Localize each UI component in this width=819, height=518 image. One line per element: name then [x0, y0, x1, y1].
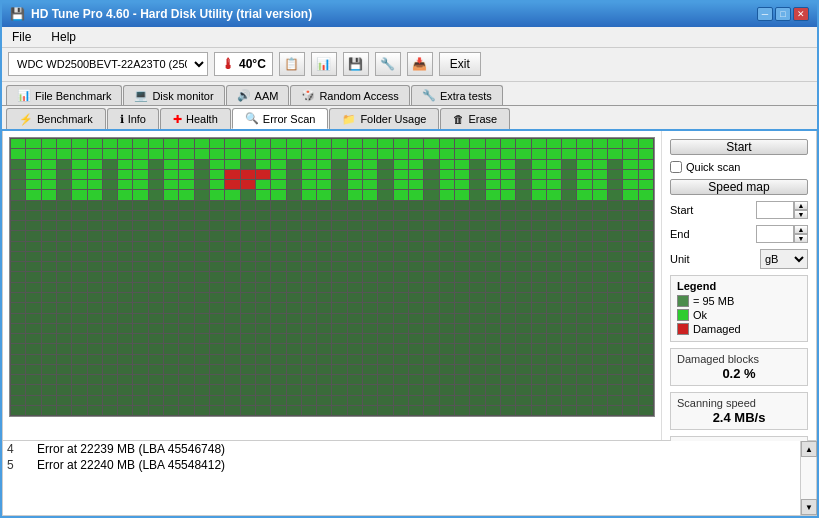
toolbar-btn-5[interactable]: 📥 [407, 52, 433, 76]
grid-cell [424, 293, 438, 302]
grid-cell [348, 375, 362, 384]
grid-cell [363, 355, 377, 364]
start-input[interactable]: 0 [756, 201, 794, 219]
grid-cell [256, 272, 270, 281]
grid-cell [287, 221, 301, 230]
grid-cell [440, 242, 454, 251]
grid-cell [149, 262, 163, 271]
grid-cell [378, 262, 392, 271]
grid-cell [210, 324, 224, 333]
grid-cell [455, 293, 469, 302]
grid-cell [363, 385, 377, 394]
grid-cell [225, 252, 239, 261]
grid-cell [593, 406, 607, 415]
minimize-button[interactable]: ─ [757, 7, 773, 21]
tab-random-access[interactable]: 🎲 Random Access [290, 85, 409, 105]
maximize-button[interactable]: □ [775, 7, 791, 21]
grid-cell [241, 221, 255, 230]
grid-cell [317, 190, 331, 199]
grid-cell [210, 149, 224, 158]
grid-cell [486, 355, 500, 364]
tab-erase[interactable]: 🗑 Erase [440, 108, 510, 129]
grid-cell [103, 406, 117, 415]
grid-cell [133, 149, 147, 158]
grid-cell [348, 303, 362, 312]
grid-cell [57, 314, 71, 323]
grid-cell [440, 272, 454, 281]
quick-scan-row: Quick scan [670, 161, 808, 173]
unit-selector[interactable]: gB MB LBA [760, 249, 808, 269]
grid-cell [577, 314, 591, 323]
scrollbar-down-button[interactable]: ▼ [801, 499, 817, 515]
tab-extra-tests[interactable]: 🔧 Extra tests [411, 85, 503, 105]
tab-benchmark[interactable]: ⚡ Benchmark [6, 108, 106, 129]
toolbar-btn-1[interactable]: 📋 [279, 52, 305, 76]
grid-cell [394, 355, 408, 364]
grid-cell [363, 160, 377, 169]
grid-cell [225, 334, 239, 343]
log-row-num: 4 [3, 441, 33, 457]
toolbar-btn-2[interactable]: 📊 [311, 52, 337, 76]
exit-button[interactable]: Exit [439, 52, 481, 76]
grid-cell [225, 365, 239, 374]
tab-info[interactable]: ℹ Info [107, 108, 159, 129]
legend-damaged-swatch [677, 323, 689, 335]
grid-cell [225, 160, 239, 169]
grid-cell [317, 242, 331, 251]
toolbar-btn-3[interactable]: 💾 [343, 52, 369, 76]
grid-cell [133, 293, 147, 302]
grid-cell [394, 180, 408, 189]
grid-cell [57, 303, 71, 312]
grid-cell [88, 324, 102, 333]
file-menu[interactable]: File [8, 29, 35, 45]
grid-cell [593, 190, 607, 199]
grid-cell [241, 201, 255, 210]
grid-cell [394, 334, 408, 343]
grid-cell [470, 221, 484, 230]
grid-cell [486, 160, 500, 169]
end-input[interactable]: 250 [756, 225, 794, 243]
tab-health[interactable]: ✚ Health [160, 108, 231, 129]
grid-cell [608, 149, 622, 158]
grid-cell [440, 324, 454, 333]
toolbar-btn-4[interactable]: 🔧 [375, 52, 401, 76]
grid-cell [623, 334, 637, 343]
end-down-btn[interactable]: ▼ [794, 234, 808, 243]
grid-cell [470, 283, 484, 292]
scrollbar-up-button[interactable]: ▲ [801, 441, 817, 457]
end-up-btn[interactable]: ▲ [794, 225, 808, 234]
thermometer-icon: 🌡 [221, 56, 235, 72]
grid-cell [562, 221, 576, 230]
grid-cell [455, 283, 469, 292]
grid-cell [302, 231, 316, 240]
start-up-btn[interactable]: ▲ [794, 201, 808, 210]
grid-cell [623, 344, 637, 353]
grid-cell [409, 324, 423, 333]
tab-file-benchmark[interactable]: 📊 File Benchmark [6, 85, 122, 105]
close-button[interactable]: ✕ [793, 7, 809, 21]
grid-cell [42, 170, 56, 179]
quick-scan-checkbox[interactable] [670, 161, 682, 173]
grid-cell [532, 375, 546, 384]
grid-cell [118, 334, 132, 343]
grid-cell [608, 242, 622, 251]
tab-error-scan[interactable]: 🔍 Error Scan [232, 108, 329, 129]
tab-folder-usage[interactable]: 📁 Folder Usage [329, 108, 439, 129]
grid-cell [639, 303, 653, 312]
grid-cell [562, 160, 576, 169]
tab-aam[interactable]: 🔊 AAM [226, 85, 290, 105]
grid-cell [470, 303, 484, 312]
grid-cell [225, 355, 239, 364]
grid-cell [486, 149, 500, 158]
grid-cell [608, 314, 622, 323]
speedmap-button[interactable]: Speed map [670, 179, 808, 195]
start-button[interactable]: Start [670, 139, 808, 155]
grid-cell [547, 344, 561, 353]
grid-cell [42, 375, 56, 384]
start-down-btn[interactable]: ▼ [794, 210, 808, 219]
grid-cell [287, 334, 301, 343]
help-menu[interactable]: Help [47, 29, 80, 45]
legend-box: Legend = 95 MB Ok Damaged [670, 275, 808, 342]
drive-selector[interactable]: WDC WD2500BEVT-22A23T0 (250 gB) [8, 52, 208, 76]
tab-disk-monitor[interactable]: 💻 Disk monitor [123, 85, 224, 105]
